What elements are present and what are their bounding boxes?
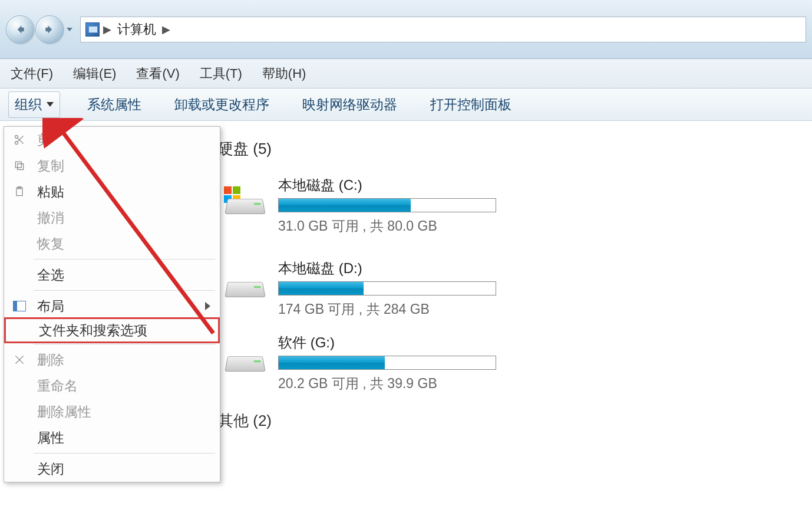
toolbar-system-properties[interactable]: 系统属性 (81, 92, 147, 117)
usage-fill (279, 282, 364, 295)
drive-free-text: 31.0 GB 可用 , 共 80.0 GB (278, 217, 507, 235)
nav-area: ▶ 计算机 ▶ (0, 0, 812, 59)
chevron-down-icon (47, 102, 54, 107)
menu-edit[interactable]: 编辑(E) (70, 63, 120, 85)
svg-rect-6 (15, 162, 21, 168)
usage-bar (278, 198, 496, 212)
drive-name: 本地磁盘 (C:) (278, 176, 507, 195)
computer-icon (85, 22, 100, 37)
menu-help[interactable]: 帮助(H) (259, 63, 310, 85)
menu-item-label: 撤消 (37, 209, 64, 227)
usage-fill (279, 199, 411, 212)
organize-context-menu: 剪 复制 粘贴 撤消 恢复 全选 布局 文件夹和搜索选项 删除 重命名 (4, 126, 220, 482)
breadcrumb-separator-icon: ▶ (162, 23, 170, 36)
drive-info: 本地磁盘 (C:) 31.0 GB 可用 , 共 80.0 GB (278, 176, 507, 235)
hard-drive-icon (224, 270, 270, 303)
menu-item-copy[interactable]: 复制 (4, 153, 220, 179)
arrow-right-icon (44, 24, 55, 35)
submenu-arrow-icon (205, 302, 210, 310)
menu-item-label: 粘贴 (37, 183, 64, 201)
menu-item-select-all[interactable]: 全选 (4, 262, 220, 288)
drive-info: 软件 (G:) 20.2 GB 可用 , 共 39.9 GB (278, 333, 507, 393)
menu-item-label: 删除属性 (37, 403, 91, 421)
menu-item-label: 恢复 (37, 235, 64, 253)
breadcrumb-location[interactable]: 计算机 (117, 21, 156, 38)
menu-tools[interactable]: 工具(T) (196, 63, 246, 85)
forward-button[interactable] (35, 15, 64, 44)
menu-item-paste[interactable]: 粘贴 (4, 179, 220, 205)
toolbar: 组织 系统属性 卸载或更改程序 映射网络驱动器 打开控制面板 (0, 88, 812, 121)
layout-icon (12, 299, 27, 313)
menu-separator (34, 453, 215, 454)
toolbar-uninstall-change[interactable]: 卸载或更改程序 (169, 92, 275, 117)
toolbar-open-control-panel[interactable]: 打开控制面板 (424, 92, 517, 117)
toolbar-map-network-drive[interactable]: 映射网络驱动器 (296, 92, 403, 117)
breadcrumb-separator-icon: ▶ (103, 23, 111, 36)
usage-bar (278, 281, 496, 295)
menu-item-label: 复制 (37, 157, 64, 175)
section-other-header: 其他 (2) (218, 411, 800, 431)
menu-item-rename[interactable]: 重命名 (4, 373, 220, 399)
menu-item-label: 属性 (37, 429, 64, 447)
section-hdd-header: 硬盘 (5) (218, 139, 800, 159)
svg-rect-5 (18, 164, 24, 170)
nav-buttons (6, 15, 74, 44)
menu-item-layout[interactable]: 布局 (4, 293, 220, 319)
hard-drive-icon (224, 344, 270, 377)
svg-point-1 (15, 136, 18, 139)
arrow-left-icon (14, 24, 26, 35)
drive-c[interactable]: 本地磁盘 (C:) 31.0 GB 可用 , 共 80.0 GB (224, 176, 507, 235)
menu-item-redo[interactable]: 恢复 (4, 231, 220, 257)
usage-bar (278, 356, 496, 370)
drive-name: 本地磁盘 (D:) (278, 259, 507, 278)
menu-item-label: 全选 (37, 266, 64, 284)
menu-item-close[interactable]: 关闭 (4, 456, 220, 482)
breadcrumb[interactable]: ▶ 计算机 ▶ (80, 17, 806, 42)
toolbar-organize-label: 组织 (15, 96, 42, 114)
menu-item-cut[interactable]: 剪 (4, 127, 220, 153)
menu-item-remove-properties[interactable]: 删除属性 (4, 399, 220, 425)
svg-point-2 (15, 142, 18, 145)
drive-info: 本地磁盘 (D:) 174 GB 可用 , 共 284 GB (278, 259, 507, 318)
menu-item-delete[interactable]: 删除 (4, 347, 220, 373)
back-button[interactable] (6, 15, 34, 44)
menu-separator (34, 290, 215, 291)
nav-history-dropdown[interactable] (65, 18, 74, 41)
menu-item-label: 删除 (37, 351, 64, 369)
menu-item-label: 剪 (37, 131, 51, 149)
delete-icon (12, 353, 27, 367)
menu-file[interactable]: 文件(F) (7, 63, 57, 85)
chevron-down-icon (67, 27, 72, 32)
drives-row-1: 本地磁盘 (C:) 31.0 GB 可用 , 共 80.0 GB 本地磁盘 (D… (224, 176, 800, 318)
drives-row-2: 软件 (G:) 20.2 GB 可用 , 共 39.9 GB (224, 333, 800, 393)
toolbar-organize-button[interactable]: 组织 (8, 91, 60, 118)
drive-d[interactable]: 本地磁盘 (D:) 174 GB 可用 , 共 284 GB (224, 259, 507, 318)
menu-item-label: 布局 (37, 297, 64, 316)
clipboard-icon (12, 185, 27, 199)
drive-free-text: 174 GB 可用 , 共 284 GB (278, 300, 507, 318)
menu-bar: 文件(F) 编辑(E) 查看(V) 工具(T) 帮助(H) (0, 59, 812, 88)
menu-item-label: 文件夹和搜索选项 (39, 321, 147, 340)
menu-view[interactable]: 查看(V) (133, 63, 183, 85)
scissors-icon (12, 133, 27, 147)
drive-g[interactable]: 软件 (G:) 20.2 GB 可用 , 共 39.9 GB (224, 333, 507, 393)
drive-free-text: 20.2 GB 可用 , 共 39.9 GB (278, 375, 507, 393)
copy-icon (12, 159, 27, 173)
usage-fill (279, 356, 385, 369)
drive-name: 软件 (G:) (278, 333, 507, 352)
menu-separator (34, 344, 215, 344)
menu-item-label: 重命名 (37, 377, 78, 395)
menu-item-label: 关闭 (37, 460, 64, 478)
hard-drive-icon (224, 186, 270, 219)
menu-item-properties[interactable]: 属性 (4, 425, 220, 451)
menu-separator (34, 259, 215, 260)
menu-item-folder-search-options[interactable]: 文件夹和搜索选项 (4, 317, 220, 343)
menu-item-undo[interactable]: 撤消 (4, 205, 220, 231)
